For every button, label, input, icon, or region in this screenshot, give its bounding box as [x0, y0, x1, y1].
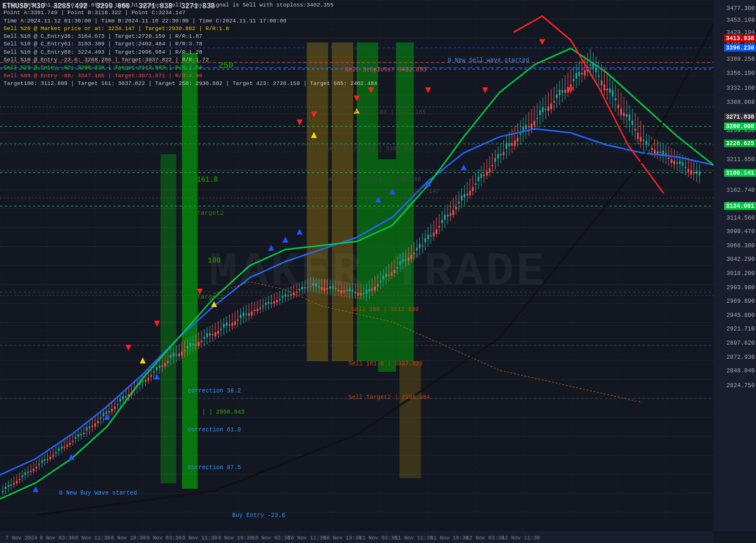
time-label: 7 Nov 2024 [5, 535, 37, 541]
time-label: 9 Nov 19:30 [218, 535, 253, 541]
time-label: 10 Nov 03:30 [252, 535, 291, 541]
price-badge: 3228.625 [724, 140, 756, 148]
price-level-label: 3042.290 [726, 256, 755, 263]
price-level-label: 3308.008 [726, 99, 755, 105]
time-axis: 7 Nov 20248 Nov 03:308 Nov 11:308 Nov 19… [0, 531, 713, 543]
price-axis: 3477.3003453.1983429.1943405.1003380.258… [713, 0, 756, 531]
price-level-label: 3090.470 [726, 228, 755, 235]
price-badge: 3180.141 [724, 169, 756, 176]
price-level-label: 3332.100 [726, 84, 755, 91]
price-badge: 3413.938 [724, 34, 756, 42]
time-label: 11 Nov 11:30 [395, 535, 433, 541]
price-level-label: 3114.560 [726, 215, 755, 221]
price-level-label: 3162.740 [726, 187, 755, 194]
time-label: 11 Nov 03:30 [359, 535, 397, 541]
price-level-label: 2969.890 [726, 298, 755, 305]
price-level-label: 2993.980 [726, 284, 755, 290]
chart-canvas [0, 0, 713, 531]
time-label: 8 Nov 11:30 [75, 535, 110, 541]
price-level-label: 3356.190 [726, 70, 755, 77]
time-label: 10 Nov 11:30 [288, 535, 326, 541]
time-label: 9 Nov 11:30 [183, 535, 217, 541]
price-level-label: 2824.750 [726, 382, 755, 388]
time-label: 11 Nov 19:30 [431, 535, 469, 541]
price-badge: 3396.230 [724, 44, 756, 52]
price-level-label: 2921.710 [726, 326, 755, 332]
time-label: 9 Nov 03:30 [146, 535, 181, 541]
price-level-label: 3018.200 [726, 270, 755, 276]
price-badge: 3271.838 [724, 113, 756, 121]
price-badge: 3260.008 [724, 123, 756, 130]
price-level-label: 2945.800 [726, 312, 755, 318]
price-badge: 3124.061 [724, 202, 756, 210]
price-level-label: 3477.300 [726, 5, 755, 11]
time-label: 10 Nov 19:30 [323, 535, 361, 541]
price-level-label: 3066.380 [726, 242, 755, 248]
price-level-label: 2872.930 [726, 354, 755, 360]
price-level-label: 2897.620 [726, 339, 755, 346]
price-level-label: 3380.258 [726, 55, 755, 62]
time-label: 12 Nov 11:30 [501, 535, 540, 541]
chart-container: Line:1485 | h1_atr_c0: 58.6974 | tema_h1… [0, 0, 756, 543]
price-level-label: 3211.650 [726, 156, 755, 163]
price-level-label: 3453.198 [726, 17, 755, 24]
price-level-label: 2848.840 [726, 368, 755, 374]
time-label: 12 Nov 03:30 [466, 535, 504, 541]
time-label: 8 Nov 19:30 [111, 535, 146, 541]
time-label: 8 Nov 03:30 [40, 535, 74, 541]
